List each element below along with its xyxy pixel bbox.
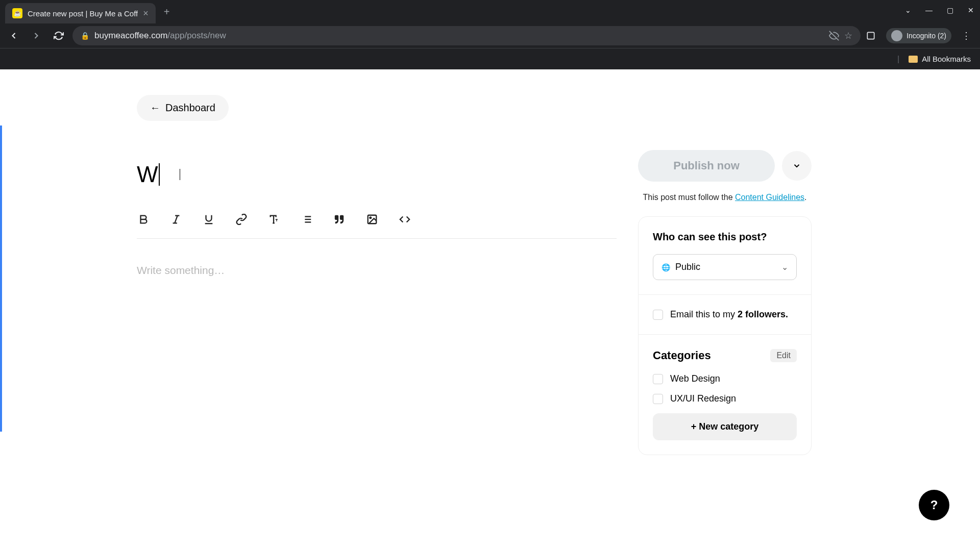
italic-button[interactable] [169,213,183,226]
lock-icon: 🔒 [81,32,89,40]
publish-button[interactable]: Publish now [638,150,775,182]
content-guidelines-link[interactable]: Content Guidelines [735,193,804,202]
quote-button[interactable] [333,213,346,226]
post-body-input[interactable]: Write something… [137,264,617,277]
tab-title: Create new post | Buy Me a Coff [28,9,138,18]
email-label: Email this to my 2 followers. [670,309,788,320]
post-title-input[interactable]: W [137,162,617,187]
back-icon[interactable] [5,27,22,44]
text-cursor [159,163,160,186]
address-bar: 🔒 buymeacoffee.com/app/posts/new ☆ Incog… [0,23,980,48]
svg-rect-0 [868,32,874,39]
close-window-icon[interactable]: ✕ [968,6,974,14]
category-item: Web Design [653,373,797,384]
underline-button[interactable] [202,213,215,226]
chevron-down-icon [792,161,801,170]
globe-icon: 🌐 [662,263,670,271]
category-label: UX/UI Redesign [670,393,736,404]
editor-toolbar [137,213,617,239]
maximize-icon[interactable]: ▢ [947,6,953,14]
back-to-dashboard-button[interactable]: ← Dashboard [137,95,229,121]
category-label: Web Design [670,373,720,384]
folder-icon [909,56,918,63]
new-category-button[interactable]: + New category [653,413,797,440]
star-icon[interactable]: ☆ [844,30,852,41]
link-button[interactable] [235,213,248,226]
image-button[interactable] [365,213,379,226]
url-text: buymeacoffee.com/app/posts/new [94,31,824,41]
tab-bar: ☕ Create new post | Buy Me a Coff × + ⌄ … [0,0,980,23]
all-bookmarks-button[interactable]: All Bookmarks [909,55,971,63]
incognito-badge[interactable]: Incognito (2) [886,28,951,43]
visibility-heading: Who can see this post? [653,231,797,243]
secondary-caret [180,169,180,180]
help-icon: ? [930,498,938,512]
sidebar: Publish now This post must follow the Co… [638,150,812,455]
eye-off-icon[interactable] [829,31,839,41]
window-controls: ⌄ — ▢ ✕ [905,6,974,14]
visibility-value: Public [675,262,776,272]
svg-point-12 [370,217,371,218]
bookmark-bar: | All Bookmarks [0,48,980,69]
svg-line-3 [175,216,178,223]
category-checkbox[interactable] [653,374,663,384]
edit-categories-button[interactable]: Edit [770,349,797,362]
incognito-icon [891,30,902,41]
publish-dropdown-button[interactable] [782,151,812,181]
new-tab-button[interactable]: + [164,6,170,18]
tab-dropdown-icon[interactable]: ⌄ [905,6,911,14]
category-item: UX/UI Redesign [653,393,797,404]
divider [639,294,811,295]
menu-icon[interactable]: ⋮ [962,30,971,41]
chevron-down-icon: ⌄ [781,262,788,272]
favicon-icon: ☕ [12,8,22,18]
back-label: Dashboard [165,102,215,114]
browser-chrome: ☕ Create new post | Buy Me a Coff × + ⌄ … [0,0,980,69]
email-checkbox[interactable] [653,310,663,320]
bold-button[interactable] [137,213,150,226]
page-content: ← Dashboard W Write something… [0,69,980,551]
close-icon[interactable]: × [143,8,149,19]
categories-heading: Categories [653,349,711,362]
minimize-icon[interactable]: — [925,6,933,14]
email-followers-row: Email this to my 2 followers. [653,309,797,320]
list-button[interactable] [300,213,313,226]
extensions-icon[interactable] [866,31,876,41]
title-text: W [137,162,158,187]
category-checkbox[interactable] [653,394,663,404]
divider [639,334,811,335]
reload-icon[interactable] [50,27,67,44]
help-button[interactable]: ? [919,490,949,520]
settings-card: Who can see this post? 🌐 Public ⌄ Email … [638,216,812,455]
forward-icon[interactable] [28,27,45,44]
browser-tab[interactable]: ☕ Create new post | Buy Me a Coff × [5,3,156,23]
guidelines-text: This post must follow the Content Guidel… [638,193,812,202]
arrow-left-icon: ← [150,102,160,114]
heading-button[interactable] [267,213,281,226]
code-button[interactable] [398,213,411,226]
url-input[interactable]: 🔒 buymeacoffee.com/app/posts/new ☆ [72,26,861,45]
left-accent-strip [0,126,2,432]
visibility-select[interactable]: 🌐 Public ⌄ [653,254,797,280]
